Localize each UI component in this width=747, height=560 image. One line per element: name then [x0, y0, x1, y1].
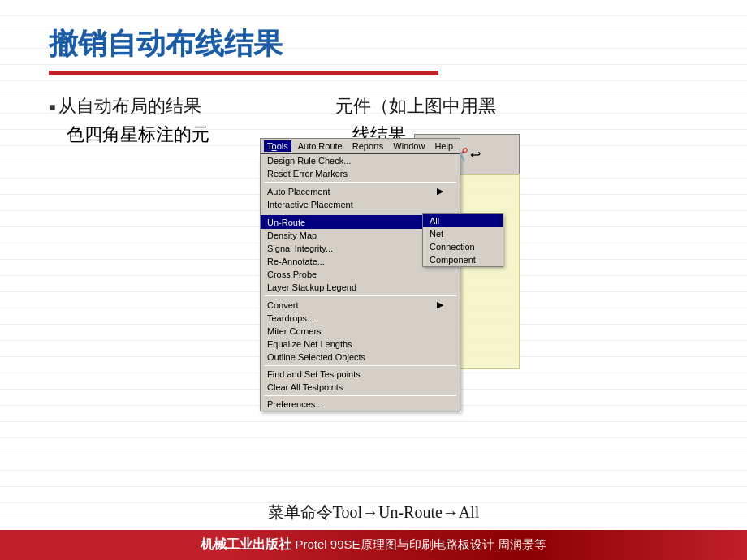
caption-area: 菜单命令Tool→Un-Route→All: [0, 493, 747, 530]
menu-window[interactable]: Window: [390, 140, 428, 152]
submenu-item-component[interactable]: Component: [423, 253, 503, 266]
submenu-item-all[interactable]: All: [423, 214, 503, 227]
footer: 机械工业出版社 Protel 99SE原理图与印刷电路板设计 周润景等: [0, 530, 747, 560]
separator-1: [264, 182, 456, 183]
submenu-arrow-convert: ▶: [437, 299, 443, 310]
content-area: 撤销自动布线结果 🔧 📋 ✂️ ↩ Tools Auto Route Repor…: [0, 0, 747, 493]
footer-book: Protel 99SE原理图与印刷电路板设计 周润景等: [295, 537, 546, 551]
footer-publisher: 机械工业出版社: [201, 537, 291, 551]
menu-help[interactable]: Help: [431, 140, 456, 152]
submenu-unroute: All Net Connection Component: [422, 213, 503, 267]
menu-item-convert[interactable]: Convert ▶: [261, 298, 460, 312]
red-bar-divider: [49, 71, 438, 75]
unroute-wrapper: Un-Route ▶ All Net Connection: [261, 215, 460, 229]
submenu-item-net[interactable]: Net: [423, 227, 503, 240]
menu-bar: Tools Auto Route Reports Window Help: [260, 138, 460, 154]
menu-tools[interactable]: Tools: [264, 140, 291, 152]
menu-item-layer-stackup[interactable]: Layer Stackup Legend: [261, 281, 460, 294]
dropdown-menu: Design Rule Check... Reset Error Markers…: [260, 154, 460, 411]
submenu-arrow-1: ▶: [437, 186, 443, 196]
caption-text: 菜单命令Tool→Un-Route→All: [268, 503, 480, 521]
body-bullet: 从自动布局的结果 元件（如上图中用黑: [49, 92, 698, 120]
menu-item-miter-corners[interactable]: Miter Corners: [261, 325, 460, 338]
submenu-item-connection[interactable]: Connection: [423, 240, 503, 253]
menu-reports[interactable]: Reports: [349, 140, 387, 152]
menu-container: Tools Auto Route Reports Window Help Des…: [260, 138, 460, 411]
separator-4: [264, 365, 456, 366]
menu-item-preferences[interactable]: Preferences...: [261, 398, 460, 411]
menu-item-auto-placement[interactable]: Auto Placement ▶: [261, 184, 460, 198]
separator-3: [264, 295, 456, 296]
menu-item-equalize-net[interactable]: Equalize Net Lengths: [261, 338, 460, 351]
menu-item-clear-testpoints[interactable]: Clear All Testpoints: [261, 381, 460, 394]
menu-item-drc[interactable]: Design Rule Check...: [261, 154, 460, 167]
menu-item-teardrops[interactable]: Teardrops...: [261, 312, 460, 325]
menu-item-find-testpoints[interactable]: Find and Set Testpoints: [261, 368, 460, 381]
menu-item-outline-selected[interactable]: Outline Selected Objects: [261, 351, 460, 364]
menu-autoroute[interactable]: Auto Route: [295, 140, 346, 152]
menu-item-interactive-placement[interactable]: Interactive Placement: [261, 198, 460, 211]
slide: 撤销自动布线结果 🔧 📋 ✂️ ↩ Tools Auto Route Repor…: [0, 0, 747, 560]
menu-item-reset-markers[interactable]: Reset Error Markers: [261, 167, 460, 180]
menu-item-cross-probe[interactable]: Cross Probe: [261, 268, 460, 281]
separator-5: [264, 395, 456, 396]
page-title: 撤销自动布线结果: [49, 24, 698, 64]
